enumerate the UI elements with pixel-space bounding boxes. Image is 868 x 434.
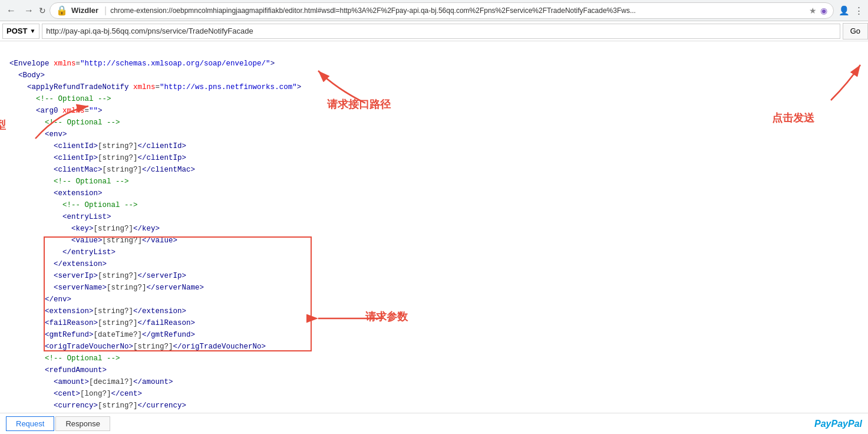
paypal-text-pal: PayPal: [831, 419, 862, 429]
code-line-11: <!-- Optional -->: [9, 177, 129, 186]
code-editor[interactable]: <Envelope xmlns="http://schemas.xmlsoap.…: [0, 41, 868, 413]
url-input[interactable]: [42, 24, 840, 39]
code-line-4: <!-- Optional -->: [9, 95, 111, 103]
reload-button[interactable]: ↻: [39, 6, 46, 15]
code-line-26: <!-- Optional -->: [9, 354, 120, 363]
menu-icon[interactable]: ⋮: [853, 4, 864, 17]
main-content: <Envelope xmlns="http://schemas.xmlsoap.…: [0, 41, 868, 413]
code-line-21: </env>: [9, 295, 71, 304]
request-tab[interactable]: Request: [6, 416, 54, 431]
url-display: chrome-extension://oebpmncolmhiapingjaag…: [110, 6, 806, 15]
code-line-15: <key>[string?]</key>: [9, 225, 160, 233]
bottom-bar: Request Response PayPayPal: [0, 413, 868, 434]
code-line-18: </extension>: [9, 260, 107, 268]
code-line-16: <value>[string?]</value>: [9, 236, 177, 245]
code-line-2: <Body>: [9, 71, 45, 80]
browser-chrome: ← → ↻ 🔒 Wizdler | chrome-extension://oeb…: [0, 0, 868, 21]
method-label: POST: [6, 27, 27, 35]
code-line-14: <entryList>: [9, 213, 111, 221]
code-line-23: <failReason>[string?]</failReason>: [9, 319, 195, 327]
code-line-9: <clientIp>[string?]</clientIp>: [9, 154, 186, 162]
code-line-5: <arg0 xmlns="">: [9, 107, 103, 115]
forward-button[interactable]: →: [21, 4, 37, 17]
code-line-13: <!-- Optional -->: [9, 201, 138, 209]
code-line-10: <clientMac>[string?]</clientMac>: [9, 166, 195, 174]
code-line-17: </entryList>: [9, 248, 115, 257]
code-line-20: <serverName>[string?]</serverName>: [9, 284, 204, 292]
response-tab[interactable]: Response: [55, 416, 110, 431]
request-toolbar: POST ▼ Go: [0, 21, 868, 41]
code-line-3: <applyRefundTradeNotify xmlns="http://ws…: [9, 83, 301, 91]
method-selector[interactable]: POST ▼: [2, 24, 39, 39]
code-line-29: <cent>[long?]</cent>: [9, 390, 142, 398]
code-line-12: <extension>: [9, 189, 103, 198]
code-line-6: <!-- Optional -->: [9, 119, 120, 127]
code-line-8: <clientId>[string?]</clientId>: [9, 142, 186, 150]
code-line-30: <currency>[string?]</currency>: [9, 402, 186, 410]
separator: |: [104, 5, 107, 16]
extension-name: Wizdler: [71, 6, 98, 15]
go-button[interactable]: Go: [843, 23, 868, 40]
code-line-27: <refundAmount>: [9, 366, 107, 374]
paypal-logo: PayPayPal: [814, 419, 862, 429]
dropdown-arrow-icon: ▼: [29, 28, 35, 34]
code-line-19: <serverIp>[string?]</serverIp>: [9, 272, 186, 280]
lock-icon: 🔒: [56, 5, 68, 16]
nav-buttons: ← → ↻: [4, 4, 46, 17]
extension-icon[interactable]: ◉: [820, 6, 827, 15]
code-line-25: <origTradeVoucherNo>[string?]</origTrade…: [9, 343, 266, 351]
code-line-28: <amount>[decimal?]</amount>: [9, 378, 173, 386]
bookmark-icon[interactable]: ★: [809, 6, 817, 15]
code-line-22: <extension>[string?]</extension>: [9, 307, 186, 315]
code-line-1: <Envelope xmlns="http://schemas.xmlsoap.…: [9, 60, 275, 68]
back-button[interactable]: ←: [4, 4, 19, 17]
code-line-7: <env>: [9, 130, 67, 139]
address-bar[interactable]: 🔒 Wizdler | chrome-extension://oebpmncol…: [49, 2, 834, 19]
paypal-text-pay: Pay: [814, 419, 831, 429]
code-line-24: <gmtRefund>[dateTime?]</gmtRefund>: [9, 331, 195, 339]
user-icon[interactable]: 👤: [837, 4, 851, 17]
browser-action-buttons: 👤 ⋮: [837, 4, 864, 17]
